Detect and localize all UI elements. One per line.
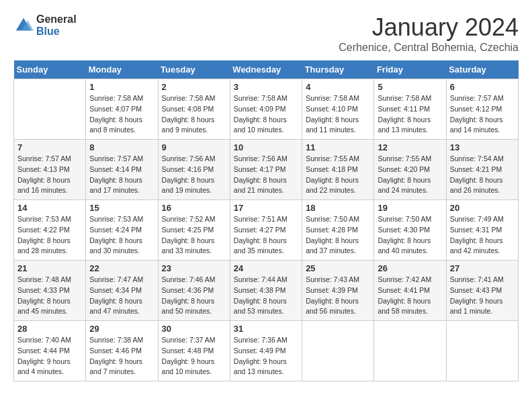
logo: General Blue: [13, 13, 77, 37]
day-detail: Sunrise: 7:44 AMSunset: 4:38 PMDaylight:…: [234, 275, 298, 317]
day-cell: 5 Sunrise: 7:58 AMSunset: 4:11 PMDayligh…: [374, 79, 446, 140]
day-detail: Sunrise: 7:46 AMSunset: 4:36 PMDaylight:…: [162, 275, 226, 317]
day-cell: 2 Sunrise: 7:58 AMSunset: 4:08 PMDayligh…: [158, 79, 230, 140]
day-cell: 12 Sunrise: 7:55 AMSunset: 4:20 PMDaylig…: [374, 140, 446, 200]
day-detail: Sunrise: 7:38 AMSunset: 4:46 PMDaylight:…: [89, 335, 154, 377]
day-number: 19: [378, 203, 442, 213]
day-detail: Sunrise: 7:58 AMSunset: 4:07 PMDaylight:…: [89, 93, 154, 136]
day-number: 21: [17, 263, 82, 273]
logo-blue: Blue: [36, 26, 77, 38]
day-cell: 29 Sunrise: 7:38 AMSunset: 4:46 PMDaylig…: [86, 321, 158, 381]
logo-text: General Blue: [36, 13, 77, 37]
day-number: 5: [378, 82, 442, 92]
day-cell: 16 Sunrise: 7:52 AMSunset: 4:25 PMDaylig…: [158, 200, 230, 261]
day-detail: Sunrise: 7:53 AMSunset: 4:24 PMDaylight:…: [89, 214, 154, 257]
day-number: 12: [378, 142, 442, 152]
header-tuesday: Tuesday: [158, 60, 230, 79]
week-row-1: 7 Sunrise: 7:57 AMSunset: 4:13 PMDayligh…: [14, 140, 519, 200]
day-cell: 31 Sunrise: 7:36 AMSunset: 4:49 PMDaylig…: [230, 321, 302, 381]
day-detail: Sunrise: 7:42 AMSunset: 4:41 PMDaylight:…: [378, 275, 442, 317]
day-detail: Sunrise: 7:56 AMSunset: 4:16 PMDaylight:…: [162, 154, 226, 196]
day-cell: 30 Sunrise: 7:37 AMSunset: 4:48 PMDaylig…: [158, 321, 230, 381]
day-cell: [302, 321, 374, 381]
logo-icon: [13, 15, 34, 36]
day-number: 6: [450, 82, 515, 92]
header-thursday: Thursday: [302, 60, 374, 79]
day-detail: Sunrise: 7:51 AMSunset: 4:27 PMDaylight:…: [234, 214, 298, 257]
header-wednesday: Wednesday: [230, 60, 302, 79]
day-cell: 10 Sunrise: 7:56 AMSunset: 4:17 PMDaylig…: [230, 140, 302, 200]
day-cell: [14, 79, 86, 140]
week-row-3: 21 Sunrise: 7:48 AMSunset: 4:33 PMDaylig…: [14, 261, 519, 321]
day-detail: Sunrise: 7:37 AMSunset: 4:48 PMDaylight:…: [162, 335, 226, 377]
day-cell: 20 Sunrise: 7:49 AMSunset: 4:31 PMDaylig…: [446, 200, 518, 261]
day-detail: Sunrise: 7:55 AMSunset: 4:18 PMDaylight:…: [306, 154, 370, 196]
day-detail: Sunrise: 7:58 AMSunset: 4:09 PMDaylight:…: [234, 93, 298, 136]
day-number: 23: [162, 263, 226, 273]
day-number: 13: [450, 142, 515, 152]
header-monday: Monday: [86, 60, 158, 79]
day-cell: [374, 321, 446, 381]
day-cell: 15 Sunrise: 7:53 AMSunset: 4:24 PMDaylig…: [86, 200, 158, 261]
day-number: 15: [89, 203, 154, 213]
day-cell: 25 Sunrise: 7:43 AMSunset: 4:39 PMDaylig…: [302, 261, 374, 321]
day-number: 7: [17, 142, 82, 152]
day-cell: 4 Sunrise: 7:58 AMSunset: 4:10 PMDayligh…: [302, 79, 374, 140]
day-detail: Sunrise: 7:41 AMSunset: 4:43 PMDaylight:…: [450, 275, 515, 317]
day-detail: Sunrise: 7:57 AMSunset: 4:14 PMDaylight:…: [89, 154, 154, 196]
day-detail: Sunrise: 7:53 AMSunset: 4:22 PMDaylight:…: [17, 214, 82, 257]
day-number: 22: [89, 263, 154, 273]
day-detail: Sunrise: 7:52 AMSunset: 4:25 PMDaylight:…: [162, 214, 226, 257]
day-detail: Sunrise: 7:47 AMSunset: 4:34 PMDaylight:…: [89, 275, 154, 317]
day-detail: Sunrise: 7:50 AMSunset: 4:30 PMDaylight:…: [378, 214, 442, 257]
day-number: 2: [162, 82, 226, 92]
day-cell: 3 Sunrise: 7:58 AMSunset: 4:09 PMDayligh…: [230, 79, 302, 140]
logo-general: General: [36, 13, 77, 26]
day-detail: Sunrise: 7:58 AMSunset: 4:11 PMDaylight:…: [378, 93, 442, 136]
day-detail: Sunrise: 7:57 AMSunset: 4:13 PMDaylight:…: [17, 154, 82, 196]
day-detail: Sunrise: 7:54 AMSunset: 4:21 PMDaylight:…: [450, 154, 515, 196]
calendar-header-row: SundayMondayTuesdayWednesdayThursdayFrid…: [14, 60, 519, 79]
day-cell: [446, 321, 518, 381]
day-cell: 14 Sunrise: 7:53 AMSunset: 4:22 PMDaylig…: [14, 200, 86, 261]
day-number: 27: [450, 263, 515, 273]
day-cell: 22 Sunrise: 7:47 AMSunset: 4:34 PMDaylig…: [86, 261, 158, 321]
day-number: 18: [306, 203, 370, 213]
day-number: 30: [162, 324, 226, 334]
title-section: January 2024 Cerhenice, Central Bohemia,…: [339, 13, 519, 54]
day-number: 25: [306, 263, 370, 273]
day-cell: 27 Sunrise: 7:41 AMSunset: 4:43 PMDaylig…: [446, 261, 518, 321]
day-cell: 13 Sunrise: 7:54 AMSunset: 4:21 PMDaylig…: [446, 140, 518, 200]
day-detail: Sunrise: 7:49 AMSunset: 4:31 PMDaylight:…: [450, 214, 515, 257]
day-number: 11: [306, 142, 370, 152]
day-number: 16: [162, 203, 226, 213]
day-number: 24: [234, 263, 298, 273]
day-cell: 1 Sunrise: 7:58 AMSunset: 4:07 PMDayligh…: [86, 79, 158, 140]
day-cell: 17 Sunrise: 7:51 AMSunset: 4:27 PMDaylig…: [230, 200, 302, 261]
day-detail: Sunrise: 7:43 AMSunset: 4:39 PMDaylight:…: [306, 275, 370, 317]
day-cell: 8 Sunrise: 7:57 AMSunset: 4:14 PMDayligh…: [86, 140, 158, 200]
day-detail: Sunrise: 7:58 AMSunset: 4:10 PMDaylight:…: [306, 93, 370, 136]
week-row-4: 28 Sunrise: 7:40 AMSunset: 4:44 PMDaylig…: [14, 321, 519, 381]
day-detail: Sunrise: 7:50 AMSunset: 4:28 PMDaylight:…: [306, 214, 370, 257]
day-cell: 19 Sunrise: 7:50 AMSunset: 4:30 PMDaylig…: [374, 200, 446, 261]
day-cell: 24 Sunrise: 7:44 AMSunset: 4:38 PMDaylig…: [230, 261, 302, 321]
day-cell: 6 Sunrise: 7:57 AMSunset: 4:12 PMDayligh…: [446, 79, 518, 140]
day-number: 9: [162, 142, 226, 152]
week-row-0: 1 Sunrise: 7:58 AMSunset: 4:07 PMDayligh…: [14, 79, 519, 140]
header: General Blue January 2024 Cerhenice, Cen…: [13, 13, 519, 54]
header-saturday: Saturday: [446, 60, 518, 79]
day-cell: 23 Sunrise: 7:46 AMSunset: 4:36 PMDaylig…: [158, 261, 230, 321]
day-detail: Sunrise: 7:58 AMSunset: 4:08 PMDaylight:…: [162, 93, 226, 136]
day-number: 1: [89, 82, 154, 92]
day-detail: Sunrise: 7:57 AMSunset: 4:12 PMDaylight:…: [450, 93, 515, 136]
day-number: 26: [378, 263, 442, 273]
day-cell: 26 Sunrise: 7:42 AMSunset: 4:41 PMDaylig…: [374, 261, 446, 321]
day-number: 4: [306, 82, 370, 92]
day-detail: Sunrise: 7:55 AMSunset: 4:20 PMDaylight:…: [378, 154, 442, 196]
day-detail: Sunrise: 7:48 AMSunset: 4:33 PMDaylight:…: [17, 275, 82, 317]
day-cell: 28 Sunrise: 7:40 AMSunset: 4:44 PMDaylig…: [14, 321, 86, 381]
day-number: 29: [89, 324, 154, 334]
day-number: 8: [89, 142, 154, 152]
day-number: 10: [234, 142, 298, 152]
